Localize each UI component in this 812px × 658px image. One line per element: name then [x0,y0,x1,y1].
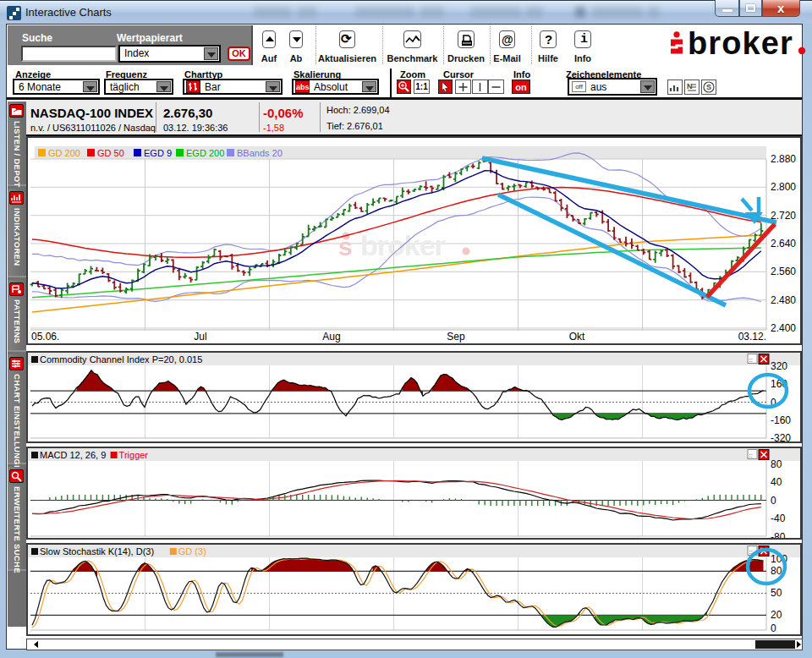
svg-text:-40: -40 [771,513,786,524]
svg-text:Jul: Jul [194,331,206,343]
svg-text:2.720: 2.720 [771,210,796,222]
svg-text:Slow Stochastik K(14), D(3): Slow Stochastik K(14), D(3) [40,546,154,557]
svg-text:Aug: Aug [322,331,340,343]
svg-text:EGD 200: EGD 200 [186,148,224,158]
svg-text:2.560: 2.560 [771,266,796,277]
svg-text:::: :: [749,452,753,459]
svg-text:-160: -160 [771,414,791,426]
svg-text:20: 20 [771,609,782,621]
svg-text:320: 320 [771,360,787,372]
svg-text:::: :: [749,356,753,364]
svg-text:2.640: 2.640 [771,238,796,249]
svg-text:50: 50 [771,587,782,599]
svg-text:EGD 9: EGD 9 [144,148,172,158]
svg-text:0: 0 [771,622,776,634]
svg-text:2.880: 2.880 [771,153,796,165]
svg-text:-320: -320 [771,432,791,441]
svg-text:MACD 12, 26, 9: MACD 12, 26, 9 [40,450,106,460]
svg-text:-80: -80 [771,531,786,539]
svg-text:03.12.: 03.12. [738,331,766,343]
svg-text:BBands 20: BBands 20 [237,148,283,158]
svg-text:05.06.: 05.06. [31,331,59,343]
svg-text:2.800: 2.800 [771,181,796,193]
svg-text:broker: broker [688,31,793,60]
svg-text:Commodity Channel Index P=20,: Commodity Channel Index P=20, 0.015 [40,354,202,365]
svg-text:GD (3): GD (3) [178,546,206,557]
svg-text:GD 50: GD 50 [97,148,124,158]
svg-text:S: S [706,83,711,91]
svg-text:0: 0 [771,495,776,507]
svg-text:40: 40 [771,476,782,488]
svg-text:GD 200: GD 200 [48,148,80,158]
svg-text:Trigger: Trigger [119,450,149,460]
svg-text:Sep: Sep [447,331,465,343]
svg-text:2.400: 2.400 [771,322,796,334]
svg-text:80: 80 [771,458,782,470]
svg-text:N: N [687,82,693,90]
svg-text:Okt: Okt [569,331,585,343]
svg-text:2.480: 2.480 [771,294,796,306]
